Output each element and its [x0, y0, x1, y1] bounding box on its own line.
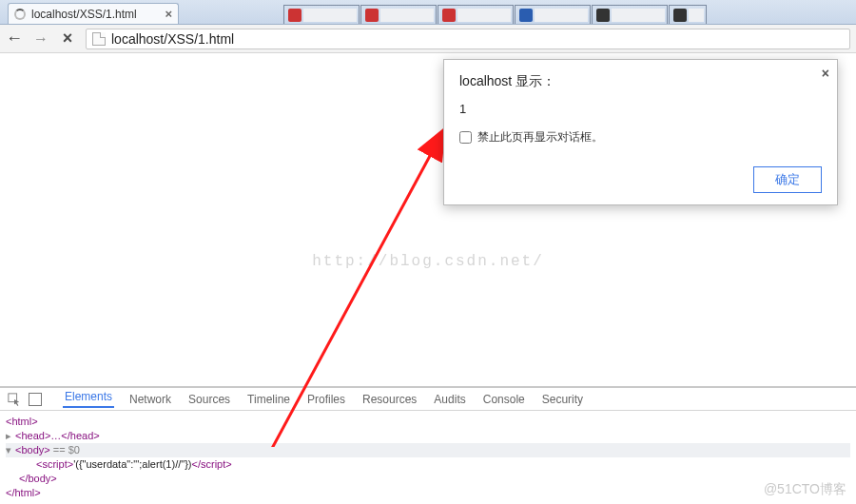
- devtools-dom-tree[interactable]: <html> ▸<head>…</head> ▾<body> == $0 <sc…: [0, 411, 856, 504]
- devtools-tab-sources[interactable]: Sources: [186, 393, 232, 406]
- devtools-tab-security[interactable]: Security: [540, 393, 585, 406]
- dom-node[interactable]: </body>: [19, 473, 57, 484]
- background-tab[interactable]: [360, 5, 437, 24]
- devtools-tab-console[interactable]: Console: [481, 393, 527, 406]
- close-tab-icon[interactable]: ×: [165, 7, 172, 21]
- favicon-icon: [365, 9, 379, 22]
- javascript-alert-dialog: × localhost 显示： 1 禁止此页再显示对话框。 确定: [443, 59, 838, 205]
- dialog-title: localhost 显示：: [459, 73, 822, 90]
- dom-node[interactable]: </script>: [192, 458, 232, 470]
- dom-node-selected[interactable]: <body>: [15, 444, 50, 456]
- page-icon: [92, 32, 106, 46]
- devtools-tabs: Elements Network Sources Timeline Profil…: [0, 388, 856, 411]
- dialog-ok-button[interactable]: 确定: [753, 166, 822, 193]
- background-tab[interactable]: [515, 5, 591, 24]
- dom-node[interactable]: <html>: [6, 416, 38, 427]
- device-toolbar-icon[interactable]: [29, 393, 42, 406]
- dialog-close-icon[interactable]: ×: [822, 66, 829, 81]
- devtools-tab-elements[interactable]: Elements: [63, 390, 114, 408]
- address-bar[interactable]: localhost/XSS/1.html: [86, 29, 850, 49]
- back-button[interactable]: ←: [6, 30, 23, 48]
- background-tab[interactable]: [283, 5, 360, 24]
- background-tab[interactable]: [592, 5, 668, 24]
- background-tab[interactable]: [669, 5, 707, 24]
- dom-text-node[interactable]: '({"userdata":"';alert(1)//"}): [73, 458, 191, 470]
- loading-spinner-icon: [14, 9, 26, 20]
- dom-selected-indicator: == $0: [50, 444, 80, 456]
- dom-node[interactable]: <script>: [36, 458, 73, 470]
- favicon-icon: [519, 9, 533, 22]
- devtools-tab-resources[interactable]: Resources: [360, 393, 418, 406]
- tab-title: localhost/XSS/1.html: [31, 8, 137, 21]
- devtools-tab-network[interactable]: Network: [127, 393, 173, 406]
- collapse-icon[interactable]: ▾: [6, 443, 15, 457]
- page-content: http://blog.csdn.net/ × localhost 显示： 1 …: [0, 53, 856, 386]
- devtools-tab-audits[interactable]: Audits: [432, 393, 467, 406]
- watermark-text: http://blog.csdn.net/: [312, 253, 544, 270]
- background-tabs: [283, 5, 707, 24]
- browser-tab-active[interactable]: localhost/XSS/1.html ×: [8, 3, 179, 24]
- favicon-icon: [673, 9, 687, 22]
- stop-button[interactable]: ×: [59, 30, 76, 48]
- devtools-panel: Elements Network Sources Timeline Profil…: [0, 386, 856, 504]
- dom-node[interactable]: <head>…</head>: [15, 430, 100, 441]
- dom-node[interactable]: </html>: [6, 487, 41, 498]
- suppress-dialog-label: 禁止此页再显示对话框。: [477, 129, 603, 145]
- forward-button[interactable]: →: [32, 30, 49, 48]
- suppress-dialog-checkbox-row[interactable]: 禁止此页再显示对话框。: [459, 129, 822, 145]
- favicon-icon: [596, 9, 610, 22]
- inspect-element-icon[interactable]: [8, 393, 21, 406]
- dialog-message: 1: [459, 102, 822, 116]
- tab-strip: localhost/XSS/1.html ×: [0, 0, 856, 25]
- suppress-dialog-checkbox[interactable]: [459, 131, 472, 144]
- favicon-icon: [288, 9, 302, 22]
- dialog-actions: 确定: [459, 166, 822, 193]
- browser-toolbar: ← → × localhost/XSS/1.html: [0, 25, 856, 53]
- footer-watermark: @51CTO博客: [764, 481, 846, 498]
- expand-icon[interactable]: ▸: [6, 429, 15, 443]
- url-text: localhost/XSS/1.html: [111, 31, 234, 47]
- devtools-tab-profiles[interactable]: Profiles: [305, 393, 347, 406]
- devtools-tab-timeline[interactable]: Timeline: [245, 393, 292, 406]
- background-tab[interactable]: [438, 5, 514, 24]
- favicon-icon: [442, 9, 456, 22]
